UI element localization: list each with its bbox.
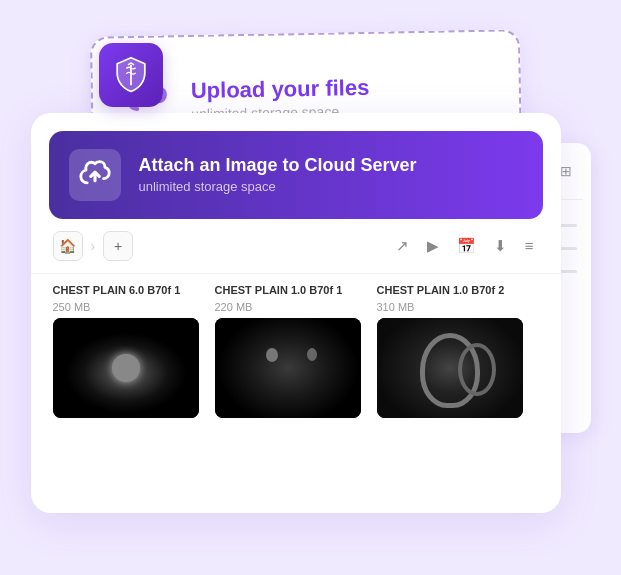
shield-icon <box>99 43 163 107</box>
menu-icon-btn[interactable]: ≡ <box>520 233 539 258</box>
main-card: Attach an Image to Cloud Server unlimite… <box>31 113 561 513</box>
file-name-3: CHEST PLAIN 1.0 B70f 2 <box>377 284 523 296</box>
upload-bg-title: Upload your files <box>190 74 369 103</box>
scene: Upload your files unlimited storage spac… <box>31 33 591 543</box>
file-item-2[interactable]: CHEST PLAIN 1.0 B70f 1 220 MB <box>215 284 361 418</box>
file-item-1[interactable]: CHEST PLAIN 6.0 B70f 1 250 MB <box>53 284 199 418</box>
main-card-header: Attach an Image to Cloud Server unlimite… <box>49 131 543 219</box>
ct-image-2 <box>215 318 361 418</box>
download-icon-btn[interactable]: ⬇ <box>489 233 512 259</box>
header-text: Attach an Image to Cloud Server unlimite… <box>139 155 417 194</box>
toolbar: 🏠 › + ↗ ▶ 📅 ⬇ ≡ <box>31 219 561 274</box>
file-thumb-3 <box>377 318 523 418</box>
ct-image-1 <box>53 318 199 418</box>
file-size-1: 250 MB <box>53 301 199 313</box>
file-item-3[interactable]: CHEST PLAIN 1.0 B70f 2 310 MB <box>377 284 523 418</box>
share-icon-btn[interactable]: ↗ <box>391 233 414 259</box>
files-grid: CHEST PLAIN 6.0 B70f 1 250 MB CHEST PLAI… <box>31 274 561 436</box>
file-thumb-2 <box>215 318 361 418</box>
file-size-2: 220 MB <box>215 301 361 313</box>
header-subtitle: unlimited storage space <box>139 179 417 194</box>
play-icon-btn[interactable]: ▶ <box>422 233 444 259</box>
home-button[interactable]: 🏠 <box>53 231 83 261</box>
file-name-2: CHEST PLAIN 1.0 B70f 1 <box>215 284 361 296</box>
calendar-icon-btn[interactable]: 📅 <box>452 233 481 259</box>
add-button[interactable]: + <box>103 231 133 261</box>
file-thumb-1 <box>53 318 199 418</box>
breadcrumb-separator: › <box>91 238 96 254</box>
file-size-3: 310 MB <box>377 301 523 313</box>
cloud-upload-icon <box>69 149 121 201</box>
header-title: Attach an Image to Cloud Server <box>139 155 417 176</box>
ct-image-3 <box>377 318 523 418</box>
file-name-1: CHEST PLAIN 6.0 B70f 1 <box>53 284 199 296</box>
toolbar-right: ↗ ▶ 📅 ⬇ ≡ <box>391 233 539 259</box>
